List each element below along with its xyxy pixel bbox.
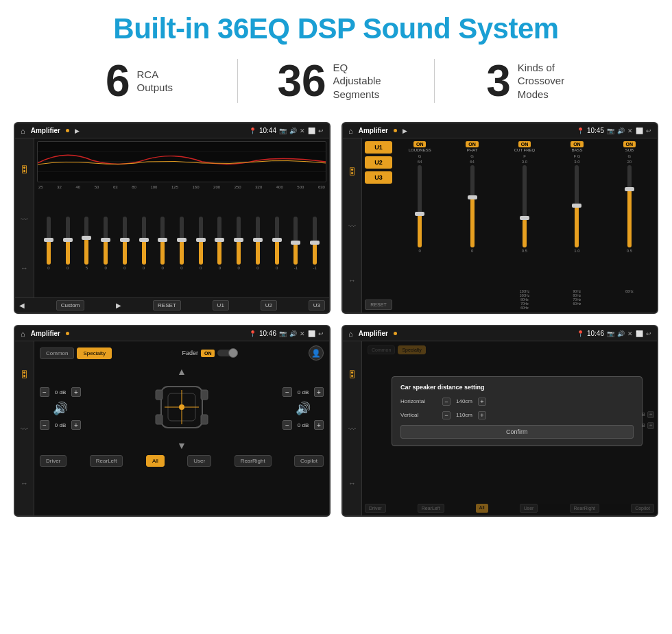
- left-top-minus[interactable]: −: [40, 387, 49, 397]
- topbar-title-dialog: Amplifier: [359, 330, 388, 337]
- eq-sidebar-icon-3[interactable]: ↔: [21, 264, 28, 272]
- u2-btn-eq[interactable]: U2: [261, 300, 277, 310]
- u3-btn-eq[interactable]: U3: [309, 300, 325, 310]
- down-arrow[interactable]: ▼: [177, 440, 187, 451]
- left-bottom-value: 0 dB: [51, 422, 69, 428]
- cross-sidebar-icon-3[interactable]: ↔: [348, 276, 356, 284]
- tab-specialty-fader[interactable]: Specialty: [77, 348, 111, 359]
- vslider-sub[interactable]: [627, 165, 632, 247]
- dialog-sidebar-icon-2[interactable]: 〰: [348, 425, 356, 433]
- slider-32[interactable]: 0: [59, 217, 77, 270]
- reset-btn-cross[interactable]: RESET: [365, 300, 392, 310]
- eq-freq-labels: 25 32 40 50 63 80 100 125 160 200 250 32…: [37, 185, 326, 189]
- eq-sidebar-icon-1[interactable]: 🎛: [20, 164, 29, 175]
- prev-btn[interactable]: ◀: [19, 302, 25, 309]
- driver-btn[interactable]: Driver: [40, 455, 67, 467]
- right-top-plus[interactable]: +: [314, 387, 324, 397]
- left-bottom-plus[interactable]: +: [71, 420, 81, 430]
- slider-50[interactable]: 0: [97, 217, 115, 270]
- cross-sidebar-icon-2[interactable]: 〰: [348, 222, 356, 230]
- dialog-row-vertical: Vertical − 110cm +: [400, 411, 634, 419]
- slider-320[interactable]: 0: [249, 217, 267, 270]
- horizontal-minus[interactable]: −: [442, 398, 451, 406]
- slider-630[interactable]: -1: [306, 217, 324, 270]
- topbar-time-cross: 10:45: [587, 127, 604, 134]
- back-icon-cross[interactable]: ↩: [646, 127, 651, 134]
- left-top-value: 0 dB: [51, 389, 69, 395]
- camera-icon-fader: 📷: [279, 330, 287, 337]
- eq-sidebar-icon-2[interactable]: 〰: [21, 215, 28, 223]
- fader-sidebar-icon-2[interactable]: 〰: [21, 425, 28, 433]
- right-bottom-plus[interactable]: +: [314, 420, 324, 430]
- rear-left-btn[interactable]: RearLeft: [90, 455, 123, 467]
- slider-100[interactable]: 0: [154, 217, 171, 270]
- fader-sidebar-icon-3[interactable]: ↔: [21, 479, 28, 487]
- svg-rect-9: [201, 390, 208, 400]
- slider-500[interactable]: -1: [287, 217, 305, 270]
- home-icon-cross[interactable]: ⌂: [348, 127, 353, 135]
- close-icon-eq[interactable]: ✕: [300, 127, 305, 134]
- location-icon-dialog: 📍: [577, 330, 584, 337]
- home-icon-fader[interactable]: ⌂: [21, 330, 25, 338]
- vslider-cutfreq[interactable]: [523, 165, 527, 247]
- slider-250[interactable]: 0: [230, 217, 248, 270]
- slider-63[interactable]: 0: [116, 217, 134, 270]
- home-icon-eq[interactable]: ⌂: [21, 127, 25, 135]
- on-badge-sub: ON: [623, 141, 636, 147]
- left-bottom-minus[interactable]: −: [40, 420, 49, 430]
- horizontal-label: Horizontal: [400, 398, 438, 404]
- slider-80[interactable]: 0: [135, 217, 153, 270]
- slider-400[interactable]: 0: [268, 217, 286, 270]
- camera-icon-eq: 📷: [279, 127, 287, 134]
- up-arrow[interactable]: ▲: [177, 366, 187, 377]
- reset-btn-eq[interactable]: RESET: [153, 300, 181, 310]
- left-top-plus[interactable]: +: [71, 387, 81, 397]
- next-btn[interactable]: ▶: [116, 302, 121, 309]
- slider-160[interactable]: 0: [192, 217, 210, 270]
- stat-eq-label: EQ AdjustableSegments: [333, 61, 395, 101]
- rear-right-btn[interactable]: RearRight: [235, 455, 272, 467]
- close-icon-fader[interactable]: ✕: [300, 330, 305, 337]
- vslider-phat[interactable]: [470, 165, 475, 247]
- back-icon-fader[interactable]: ↩: [318, 330, 324, 337]
- right-top-minus[interactable]: −: [283, 387, 292, 397]
- slider-25[interactable]: 0: [40, 217, 58, 270]
- confirm-button[interactable]: Confirm: [400, 425, 634, 439]
- slider-125[interactable]: 0: [173, 217, 191, 270]
- vslider-loudness[interactable]: [418, 165, 422, 247]
- close-icon-cross[interactable]: ✕: [627, 127, 633, 134]
- vslider-bass[interactable]: [575, 165, 579, 247]
- back-icon-dialog[interactable]: ↩: [646, 330, 651, 337]
- slider-200[interactable]: 0: [211, 217, 229, 270]
- cross-content: U1 U2 U3 RESET ON LOUDNESS: [362, 138, 657, 313]
- crossover-body: 🎛 〰 ↔ U1 U2 U3 RESET: [343, 138, 657, 313]
- slider-40[interactable]: 5: [77, 217, 95, 270]
- cross-sidebar-icon-1[interactable]: 🎛: [348, 167, 357, 177]
- horizontal-value: 140cm: [453, 398, 475, 404]
- close-icon-dialog[interactable]: ✕: [627, 330, 633, 337]
- tab-common-fader[interactable]: Common: [40, 348, 74, 359]
- right-bottom-minus[interactable]: −: [283, 420, 292, 430]
- u3-preset[interactable]: U3: [365, 171, 392, 184]
- fader-slider[interactable]: [217, 350, 238, 356]
- stat-rca-label: RCAOutputs: [137, 68, 173, 95]
- dialog-sidebar-icon-1[interactable]: 🎛: [348, 369, 357, 380]
- preset-label: Custom: [56, 300, 85, 310]
- dialog-sidebar-icon-3[interactable]: ↔: [348, 479, 356, 487]
- fader-sidebar-icon-1[interactable]: 🎛: [20, 369, 29, 380]
- dialog-background: Common Specialty Car speaker distance se…: [362, 341, 657, 515]
- vertical-plus[interactable]: +: [478, 411, 486, 419]
- copilot-btn[interactable]: Copilot: [294, 455, 324, 467]
- u1-preset[interactable]: U1: [365, 141, 392, 154]
- horizontal-plus[interactable]: +: [478, 398, 486, 406]
- u1-btn-eq[interactable]: U1: [213, 300, 229, 310]
- vertical-minus[interactable]: −: [442, 411, 451, 419]
- eq-screen-body: 🎛 〰 ↔: [15, 138, 329, 313]
- user-btn-fader[interactable]: User: [187, 455, 211, 467]
- all-btn[interactable]: All: [146, 455, 165, 467]
- car-diagram-area: ▲: [86, 366, 277, 451]
- home-icon-dialog[interactable]: ⌂: [348, 330, 353, 338]
- u2-preset[interactable]: U2: [365, 156, 392, 169]
- fader-body: 🎛 〰 ↔ Common Specialty Fader ON: [15, 341, 329, 515]
- back-icon-eq[interactable]: ↩: [318, 127, 324, 134]
